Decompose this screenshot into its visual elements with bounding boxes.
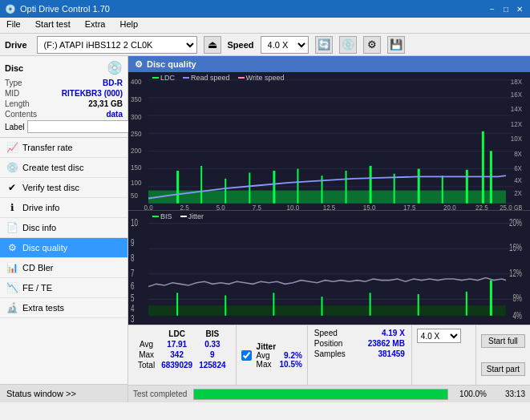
maximize-button[interactable]: □ (500, 3, 512, 14)
chart-container: LDC Read speed Write speed 18X (128, 72, 530, 325)
drive-select[interactable]: (F:) ATAPI iHBS112 2 CL0K (37, 36, 197, 54)
chart-top-legend: LDC Read speed Write speed (152, 74, 284, 82)
status-window-label: Status window >> (6, 389, 76, 398)
disc-quality-header-title: Disc quality (147, 59, 196, 69)
svg-rect-40 (200, 166, 202, 204)
sidebar-item-drive-info[interactable]: ℹ Drive info (0, 198, 127, 218)
svg-rect-49 (418, 169, 420, 204)
disc-length-label: Length (5, 99, 30, 108)
svg-rect-0 (128, 72, 530, 210)
svg-text:20%: 20% (509, 216, 522, 228)
ldc-legend-label: LDC (160, 74, 175, 82)
menu-file[interactable]: File (3, 19, 24, 31)
transfer-rate-icon: 📈 (6, 142, 18, 153)
app-title: Opti Drive Control 1.70 (20, 4, 110, 14)
svg-text:16X: 16X (511, 90, 522, 99)
disc-info-panel: Disc 💿 Type BD-R MID RITEKBR3 (000) Leng… (0, 56, 127, 138)
stats-total-label: Total (135, 360, 158, 370)
svg-text:400: 400 (131, 77, 141, 86)
refresh-button[interactable]: 🔄 (315, 36, 333, 54)
svg-rect-72 (148, 305, 506, 316)
disc-type-value: BD-R (103, 79, 123, 87)
start-part-button[interactable]: Start part (481, 362, 525, 376)
top-chart-svg: 18X 16X 14X 12X 10X 8X 6X 4X 2X 400 350 … (128, 72, 530, 210)
save-button[interactable]: 💾 (387, 36, 405, 54)
status-window-button[interactable]: Status window >> (0, 384, 127, 402)
stats-table: LDC BIS Avg 17.91 0.33 Max 342 (128, 325, 236, 385)
svg-text:15.0: 15.0 (363, 203, 376, 210)
nav-items: 📈 Transfer rate 💿 Create test disc ✔ Ver… (0, 138, 127, 384)
stats-speed-select[interactable]: 4.0 X (417, 329, 461, 343)
chart-bottom: BIS Jitter 10 9 8 7 6 5 4 (128, 211, 530, 325)
svg-rect-77 (370, 293, 371, 316)
disc-icon: 💿 (107, 60, 123, 75)
disc-type-label: Type (5, 79, 22, 87)
minimize-button[interactable]: − (487, 3, 498, 14)
cd-bler-icon: 📊 (6, 262, 18, 273)
sidebar-item-label: Disc info (22, 223, 56, 232)
sidebar-item-transfer-rate[interactable]: 📈 Transfer rate (0, 138, 127, 158)
sidebar-item-cd-bler[interactable]: 📊 CD Bler (0, 258, 127, 278)
sidebar-item-label: Disc quality (22, 243, 67, 252)
settings-button[interactable]: ⚙ (363, 36, 381, 54)
main-area: Disc 💿 Type BD-R MID RITEKBR3 (000) Leng… (0, 56, 530, 402)
stats-total-bis: 125824 (196, 360, 229, 370)
svg-text:22.5: 22.5 (475, 203, 488, 210)
chart-top: LDC Read speed Write speed 18X (128, 72, 530, 211)
menu-extra[interactable]: Extra (82, 19, 109, 31)
svg-text:20.0: 20.0 (443, 203, 456, 210)
jitter-checkbox[interactable] (241, 350, 252, 361)
start-full-button[interactable]: Start full (481, 334, 525, 348)
svg-text:8%: 8% (512, 293, 522, 304)
speed-select[interactable]: 4.0 X (261, 36, 309, 54)
svg-text:200: 200 (131, 146, 141, 155)
read-speed-legend-dot (183, 77, 189, 79)
stats-col-empty (135, 329, 158, 339)
sidebar-item-fe-te[interactable]: 📉 FE / TE (0, 278, 127, 298)
create-test-disc-icon: 💿 (6, 162, 18, 173)
stats-bar: LDC BIS Avg 17.91 0.33 Max 342 (128, 325, 530, 385)
burn-button[interactable]: 💿 (339, 36, 357, 54)
svg-text:350: 350 (131, 95, 141, 103)
svg-text:10: 10 (131, 216, 138, 228)
menu-help[interactable]: Help (116, 19, 141, 31)
disc-mid-label: MID (5, 89, 19, 98)
stats-avg-ldc: 17.91 (158, 339, 196, 349)
sidebar-item-label: Verify test disc (22, 183, 79, 192)
svg-text:100: 100 (131, 179, 141, 188)
sidebar-item-disc-quality[interactable]: ⚙ Disc quality (0, 238, 127, 258)
position-label: Position (314, 339, 343, 348)
write-speed-legend-dot (238, 77, 245, 79)
svg-text:18X: 18X (511, 77, 522, 86)
disc-contents-value: data (106, 110, 123, 119)
disc-length-value: 23,31 GB (88, 99, 123, 108)
sidebar-item-extra-tests[interactable]: 🔬 Extra tests (0, 298, 127, 318)
svg-text:16%: 16% (509, 242, 522, 253)
sidebar-item-verify-test-disc[interactable]: ✔ Verify test disc (0, 178, 127, 198)
jitter-legend-dot (180, 216, 187, 217)
svg-text:14X: 14X (511, 104, 522, 113)
sidebar-item-create-test-disc[interactable]: 💿 Create test disc (0, 158, 127, 178)
menu-start-test[interactable]: Start test (32, 19, 74, 31)
jitter-max-value: 10.5% (280, 360, 302, 369)
svg-rect-41 (225, 179, 226, 204)
stats-col-ldc: LDC (158, 329, 196, 339)
jitter-avg-row: Avg 9.2% (257, 351, 302, 360)
svg-rect-75 (273, 293, 274, 316)
svg-text:12.5: 12.5 (323, 203, 336, 210)
eject-button[interactable]: ⏏ (204, 36, 221, 54)
stats-total-ldc: 6839029 (158, 360, 196, 370)
jitter-max-label: Max (257, 360, 272, 369)
progress-bar-container: Test completed 100.0% 33:13 (128, 385, 530, 402)
disc-label-row: Label 🖊 (5, 120, 123, 133)
sidebar-item-disc-info[interactable]: 📄 Disc info (0, 218, 127, 238)
speed-display-value: 4.19 X (382, 329, 405, 337)
svg-rect-50 (442, 176, 443, 203)
close-button[interactable]: ✕ (514, 3, 525, 14)
bottom-chart-svg: 10 9 8 7 6 5 4 3 20% 16% 12% 8% 4% (128, 211, 530, 325)
sidebar-item-label: FE / TE (22, 283, 52, 293)
speed-section: 4.0 X (411, 325, 475, 385)
stats-data-table: LDC BIS Avg 17.91 0.33 Max 342 (135, 329, 229, 370)
svg-rect-48 (394, 174, 395, 204)
disc-label-input[interactable] (27, 120, 134, 133)
